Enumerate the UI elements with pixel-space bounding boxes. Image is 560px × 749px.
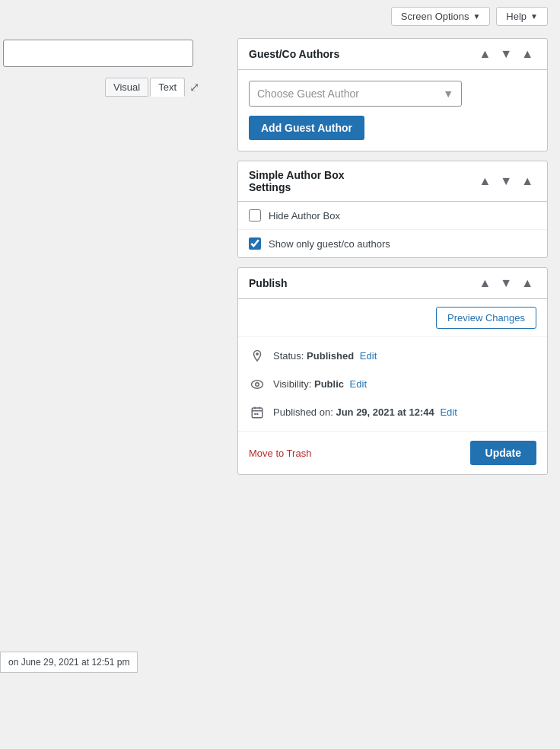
- visual-tab-label: Visual: [113, 81, 140, 93]
- visibility-label: Visibility:: [273, 378, 311, 390]
- guest-co-authors-header: Guest/Co Authors ▲ ▼ ▲: [238, 39, 547, 70]
- sab-panel-up-button[interactable]: ▲: [476, 174, 494, 189]
- publish-actions: Preview Changes: [238, 299, 547, 337]
- publish-panel-up-button[interactable]: ▲: [476, 276, 494, 291]
- right-panels: Guest/Co Authors ▲ ▼ ▲ Choose Guest Auth…: [225, 32, 560, 481]
- svg-rect-7: [254, 413, 256, 415]
- hide-author-box-checkbox[interactable]: [249, 209, 261, 222]
- panel-up-button[interactable]: ▲: [476, 46, 494, 62]
- published-on-label: Published on:: [273, 406, 333, 418]
- simple-author-box-body: Hide Author Box Show only guest/co autho…: [238, 202, 547, 257]
- svg-point-2: [256, 383, 259, 387]
- visual-tab-button[interactable]: Visual: [105, 78, 148, 97]
- svg-rect-8: [256, 413, 258, 415]
- publish-note-text: on June 29, 2021 at 12:51 pm: [8, 657, 129, 668]
- editor-toolbar: Visual Text ⤢: [0, 75, 205, 100]
- published-on-text: Published on: Jun 29, 2021 at 12:44 Edit: [273, 406, 457, 418]
- publish-panel-controls: ▲ ▼ ▲: [476, 276, 536, 291]
- screen-options-arrow-icon: ▼: [473, 12, 480, 21]
- choose-guest-author-dropdown[interactable]: Choose Guest Author ▼: [249, 81, 462, 107]
- text-tab-label: Text: [158, 81, 177, 93]
- status-edit-link[interactable]: Edit: [360, 350, 377, 362]
- publish-meta: Status: Published Edit Visibility: Publi…: [238, 337, 547, 431]
- publish-panel-collapse-button[interactable]: ▲: [518, 276, 536, 291]
- guest-co-authors-controls: ▲ ▼ ▲: [476, 46, 536, 62]
- hide-author-box-label[interactable]: Hide Author Box: [269, 210, 340, 222]
- status-row: Status: Published Edit: [249, 342, 536, 370]
- expand-icon[interactable]: ⤢: [189, 80, 199, 94]
- show-only-guest-row: Show only guest/co authors: [238, 230, 547, 257]
- svg-rect-3: [252, 408, 262, 418]
- text-tab-button[interactable]: Text: [150, 78, 185, 97]
- show-only-guest-label[interactable]: Show only guest/co authors: [269, 238, 390, 250]
- visibility-row: Visibility: Public Edit: [249, 370, 536, 398]
- help-button[interactable]: Help ▼: [496, 7, 548, 26]
- publish-panel-title: Publish: [249, 277, 288, 289]
- publish-panel-header: Publish ▲ ▼ ▲: [238, 268, 547, 299]
- publish-panel: Publish ▲ ▼ ▲ Preview Changes Status:: [237, 267, 548, 475]
- help-arrow-icon: ▼: [530, 12, 538, 21]
- simple-author-box-controls: ▲ ▼ ▲: [476, 174, 536, 189]
- title-input[interactable]: [3, 40, 193, 67]
- guest-co-authors-panel: Guest/Co Authors ▲ ▼ ▲ Choose Guest Auth…: [237, 38, 548, 151]
- publish-footer: Move to Trash Update: [238, 431, 547, 474]
- status-pin-icon: [249, 348, 266, 364]
- status-value: Published: [307, 350, 354, 362]
- published-on-row: Published on: Jun 29, 2021 at 12:44 Edit: [249, 398, 536, 426]
- dropdown-arrow-icon: ▼: [443, 88, 453, 100]
- publish-panel-down-button[interactable]: ▼: [497, 276, 515, 291]
- help-label: Help: [506, 11, 527, 22]
- status-label: Status:: [273, 350, 304, 362]
- svg-point-0: [256, 352, 259, 355]
- add-guest-author-button[interactable]: Add Guest Author: [249, 116, 364, 140]
- screen-options-label: Screen Options: [401, 11, 469, 22]
- svg-point-1: [252, 381, 263, 389]
- published-on-value: Jun 29, 2021 at 12:44: [336, 406, 434, 418]
- hide-author-box-row: Hide Author Box: [238, 202, 547, 230]
- calendar-icon: [249, 404, 266, 420]
- visibility-value: Public: [314, 378, 344, 390]
- move-to-trash-link[interactable]: Move to Trash: [249, 448, 311, 459]
- status-text: Status: Published Edit: [273, 350, 377, 362]
- published-on-edit-link[interactable]: Edit: [440, 406, 457, 418]
- visibility-edit-link[interactable]: Edit: [350, 378, 367, 390]
- guest-co-authors-body: Choose Guest Author ▼ Add Guest Author: [238, 70, 547, 151]
- publish-note: on June 29, 2021 at 12:51 pm: [0, 652, 138, 673]
- guest-co-authors-title: Guest/Co Authors: [249, 48, 339, 60]
- panel-collapse-button[interactable]: ▲: [518, 46, 536, 62]
- simple-author-box-title: Simple Author BoxSettings: [249, 169, 345, 193]
- sab-panel-down-button[interactable]: ▼: [497, 174, 515, 189]
- update-button[interactable]: Update: [470, 441, 536, 465]
- choose-guest-author-placeholder: Choose Guest Author: [257, 88, 359, 100]
- visibility-text: Visibility: Public Edit: [273, 378, 367, 390]
- editor-area: Visual Text ⤢: [0, 32, 205, 100]
- sab-panel-collapse-button[interactable]: ▲: [518, 174, 536, 189]
- show-only-guest-checkbox[interactable]: [249, 237, 261, 250]
- top-bar: Screen Options ▼ Help ▼: [0, 0, 560, 32]
- simple-author-box-panel: Simple Author BoxSettings ▲ ▼ ▲ Hide Aut…: [237, 161, 548, 258]
- preview-changes-button[interactable]: Preview Changes: [436, 307, 536, 329]
- screen-options-button[interactable]: Screen Options ▼: [391, 7, 491, 26]
- simple-author-box-header: Simple Author BoxSettings ▲ ▼ ▲: [238, 161, 547, 202]
- panel-down-button[interactable]: ▼: [497, 46, 515, 62]
- visibility-eye-icon: [249, 376, 266, 392]
